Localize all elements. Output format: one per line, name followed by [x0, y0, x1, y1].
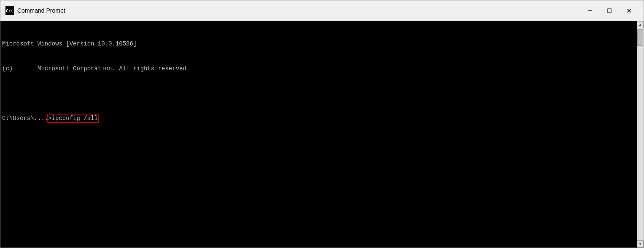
terminal-command: >ipconfig /all: [48, 115, 98, 122]
terminal-body: Microsoft Windows [Version 10.0.10586] (…: [0, 21, 644, 248]
scroll-up-button[interactable]: ▲: [637, 21, 644, 28]
title-bar: C:\ Command Prompt − □ ✕: [0, 0, 644, 21]
terminal-line-4: C:\Users\....>ipconfig /all: [2, 115, 635, 123]
terminal-content[interactable]: Microsoft Windows [Version 10.0.10586] (…: [0, 21, 637, 248]
svg-text:C:\: C:\: [6, 9, 13, 13]
terminal-line-2: (c) Microsoft Corporation. All rights re…: [2, 65, 635, 73]
terminal-prompt: C:\Users\....: [2, 115, 48, 122]
scroll-down-button[interactable]: ▼: [637, 240, 644, 248]
scrollbar-thumb[interactable]: [637, 29, 643, 46]
cmd-icon: C:\: [5, 6, 14, 15]
cmd-window: C:\ Command Prompt − □ ✕ Microsoft Windo…: [0, 0, 644, 248]
window-title: Command Prompt: [17, 7, 580, 14]
minimize-button[interactable]: −: [580, 0, 600, 21]
maximize-button[interactable]: □: [600, 0, 619, 21]
window-controls: − □ ✕: [580, 0, 639, 21]
close-button[interactable]: ✕: [619, 0, 639, 21]
terminal-line-1: Microsoft Windows [Version 10.0.10586]: [2, 40, 635, 48]
terminal-line-3: [2, 90, 635, 98]
scrollbar-track[interactable]: [637, 28, 644, 240]
scrollbar[interactable]: ▲ ▼: [637, 21, 644, 248]
